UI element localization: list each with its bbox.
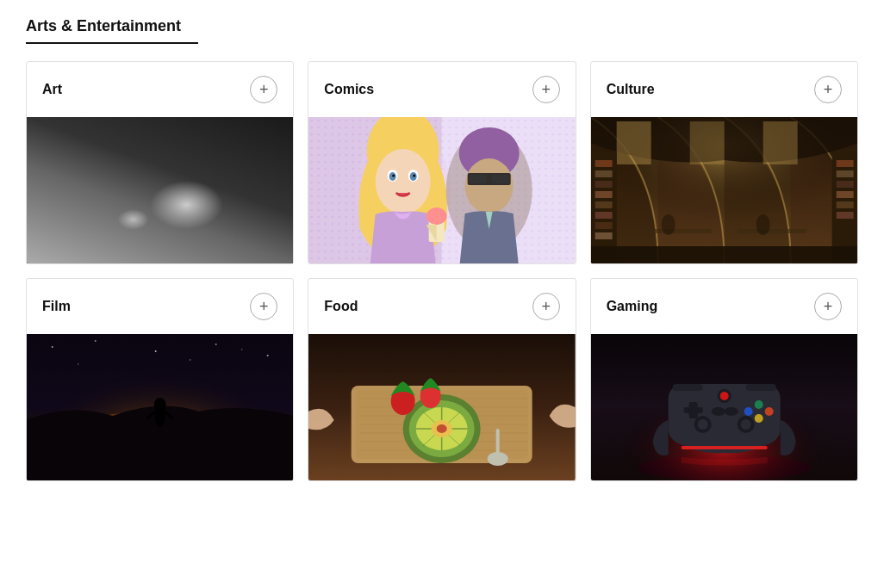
svg-rect-47 (836, 201, 853, 208)
svg-rect-51 (737, 229, 806, 233)
svg-rect-40 (595, 212, 612, 219)
card-gaming[interactable]: Gaming + (590, 278, 858, 481)
svg-point-131 (724, 407, 738, 416)
card-art-header: Art + (27, 62, 293, 117)
svg-rect-45 (836, 181, 853, 188)
svg-marker-5 (75, 165, 84, 175)
svg-point-19 (413, 175, 415, 177)
svg-rect-30 (616, 121, 651, 164)
card-food[interactable]: Food + (308, 278, 576, 481)
card-art-image (27, 117, 293, 263)
card-food-label: Food (324, 299, 358, 314)
svg-point-63 (241, 349, 243, 350)
svg-point-133 (719, 392, 728, 400)
svg-point-127 (764, 407, 773, 416)
svg-rect-120 (496, 429, 500, 459)
card-gaming-label: Gaming (607, 299, 658, 314)
svg-rect-24 (470, 175, 487, 183)
svg-rect-41 (595, 222, 612, 229)
page-title: Arts & Entertainment (26, 17, 858, 35)
card-art-add-button[interactable]: + (250, 76, 277, 103)
card-culture[interactable]: Culture + (590, 61, 858, 264)
svg-point-53 (756, 214, 769, 235)
svg-point-60 (267, 355, 269, 356)
svg-point-61 (78, 363, 79, 365)
svg-rect-25 (492, 175, 509, 183)
svg-rect-125 (688, 402, 697, 418)
svg-point-95 (154, 398, 166, 412)
card-comics-image (308, 117, 575, 263)
svg-rect-36 (595, 170, 612, 177)
card-film-label: Film (42, 299, 71, 314)
svg-rect-32 (763, 121, 797, 164)
card-film-header: Film + (27, 279, 293, 334)
svg-point-22 (465, 158, 514, 214)
svg-rect-46 (836, 191, 853, 198)
cards-grid: Art + (26, 61, 858, 481)
card-culture-label: Culture (607, 82, 655, 97)
card-art[interactable]: Art + (26, 61, 294, 264)
svg-rect-49 (591, 246, 857, 263)
svg-point-62 (190, 359, 191, 361)
card-art-label: Art (42, 82, 62, 97)
card-film-image (27, 334, 293, 480)
card-film[interactable]: Film + (26, 278, 294, 481)
card-comics-label: Comics (324, 82, 374, 97)
card-food-header: Food + (308, 279, 575, 334)
svg-point-27 (426, 207, 447, 225)
svg-point-52 (661, 214, 675, 235)
card-comics[interactable]: Comics + (308, 61, 576, 264)
svg-point-130 (711, 407, 725, 416)
svg-point-137 (740, 419, 750, 430)
svg-rect-0 (27, 117, 293, 263)
svg-rect-43 (836, 160, 853, 167)
card-culture-add-button[interactable]: + (814, 76, 842, 103)
svg-rect-39 (595, 201, 612, 208)
svg-point-116 (437, 424, 447, 433)
svg-rect-44 (836, 170, 853, 177)
card-gaming-image (591, 334, 857, 480)
svg-point-59 (215, 344, 217, 345)
svg-rect-139 (745, 384, 775, 391)
card-culture-image (591, 117, 857, 263)
svg-point-126 (754, 400, 763, 409)
svg-rect-38 (595, 191, 612, 198)
svg-rect-141 (681, 446, 767, 449)
svg-point-57 (95, 340, 96, 342)
header-divider (26, 42, 198, 44)
svg-rect-4 (85, 173, 125, 213)
svg-point-135 (697, 419, 707, 430)
card-gaming-header: Gaming + (591, 279, 857, 334)
svg-rect-50 (642, 229, 711, 233)
card-food-image (308, 334, 575, 480)
svg-point-3 (58, 196, 115, 244)
card-film-add-button[interactable]: + (250, 293, 277, 320)
card-comics-add-button[interactable]: + (532, 76, 560, 103)
svg-point-18 (392, 175, 395, 177)
card-gaming-add-button[interactable]: + (814, 293, 842, 320)
svg-rect-31 (689, 121, 724, 164)
svg-rect-48 (836, 212, 853, 219)
card-food-add-button[interactable]: + (532, 293, 560, 320)
svg-rect-138 (672, 384, 702, 391)
svg-point-128 (744, 407, 752, 416)
page-header: Arts & Entertainment (26, 17, 858, 44)
svg-point-56 (52, 346, 53, 348)
svg-rect-35 (595, 160, 612, 167)
svg-rect-42 (595, 232, 612, 239)
card-comics-header: Comics + (308, 62, 575, 117)
svg-point-129 (754, 414, 763, 423)
svg-point-13 (376, 149, 431, 214)
card-culture-header: Culture + (591, 62, 857, 117)
svg-point-58 (155, 350, 157, 352)
svg-rect-2 (91, 136, 255, 252)
svg-rect-1 (27, 117, 293, 263)
svg-rect-37 (595, 181, 612, 188)
